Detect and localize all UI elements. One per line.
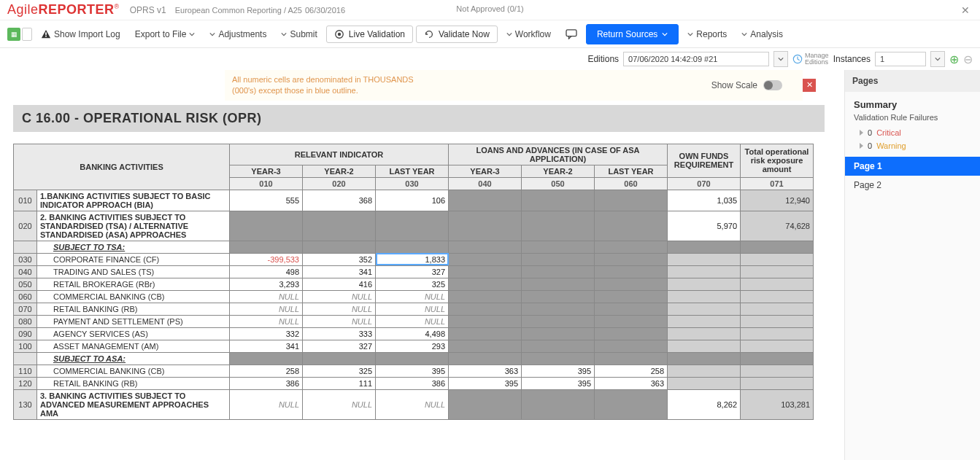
- grid-cell[interactable]: 3,293: [230, 278, 303, 290]
- approval-status: Not Approved (0/1): [344, 4, 636, 13]
- show-scale-toggle[interactable]: [763, 80, 782, 90]
- critical-failures-row[interactable]: 0 Critical: [854, 126, 971, 139]
- analysis-button[interactable]: Analysis: [736, 26, 789, 42]
- notice-close-button[interactable]: ✕: [803, 79, 816, 92]
- editions-word: Editions: [805, 59, 829, 66]
- grid-cell[interactable]: 352: [303, 253, 376, 265]
- grid-cell[interactable]: 258: [595, 365, 668, 377]
- grid-cell[interactable]: 258: [230, 365, 303, 377]
- comments-button[interactable]: [560, 26, 583, 42]
- instances-dropdown-button[interactable]: [930, 51, 945, 67]
- table-row: SUBJECT TO ASA:: [14, 352, 814, 365]
- adjustments-label: Adjustments: [218, 29, 266, 39]
- instances-label: Instances: [833, 54, 871, 64]
- grid-cell[interactable]: 332: [230, 327, 303, 340]
- product-name: OPRS v1: [130, 5, 166, 15]
- chevron-down-icon: [662, 31, 668, 37]
- submit-button[interactable]: Submit: [275, 26, 323, 42]
- table-row: 1303. BANKING ACTIVITIES SUBJECT TO ADVA…: [14, 389, 814, 419]
- validate-now-button[interactable]: Validate Now: [416, 26, 498, 43]
- grid-cell[interactable]: 368: [303, 190, 376, 211]
- reports-label: Reports: [696, 29, 727, 39]
- live-validation-button[interactable]: Live Validation: [326, 26, 413, 43]
- grid-cell[interactable]: 416: [303, 278, 376, 290]
- grid-cell[interactable]: 106: [376, 190, 449, 211]
- grid-cell[interactable]: 341: [230, 340, 303, 352]
- table-row: 090AGENCY SERVICES (AS)3323334,498: [14, 327, 814, 340]
- grid-cell[interactable]: -399,533: [230, 253, 303, 265]
- show-import-log-button[interactable]: Show Import Log: [35, 26, 126, 42]
- grid-cell[interactable]: 12,940: [741, 190, 814, 211]
- grid-cell[interactable]: 386: [230, 377, 303, 389]
- warning-count: 0: [868, 141, 872, 150]
- chevron-down-icon: [741, 31, 747, 37]
- notice-text: All numeric cells are denominated in THO…: [232, 74, 436, 96]
- notice-banner: All numeric cells are denominated in THO…: [225, 70, 803, 101]
- page-2-tab[interactable]: Page 2: [845, 176, 980, 195]
- pages-panel-header: Pages: [845, 70, 980, 92]
- export-label: Export to File: [135, 29, 187, 39]
- grid-cell[interactable]: 111: [303, 377, 376, 389]
- expand-icon: [860, 130, 863, 136]
- panel-icon: [22, 28, 32, 41]
- app-logo: AgileREPORTER®: [7, 2, 120, 17]
- grid-cell[interactable]: 1,035: [668, 190, 741, 211]
- grid-cell[interactable]: 5,970: [668, 211, 741, 241]
- page-1-tab[interactable]: Page 1: [845, 157, 980, 176]
- validation-failures-label: Validation Rule Failures: [854, 113, 971, 122]
- report-grid[interactable]: BANKING ACTIVITIESRELEVANT INDICATORLOAN…: [13, 144, 835, 434]
- grid-cell[interactable]: 1,833: [376, 253, 449, 265]
- grid-cell[interactable]: 498: [230, 265, 303, 278]
- instances-value: 1: [880, 55, 884, 63]
- close-icon[interactable]: ✕: [958, 4, 973, 16]
- grid-cell[interactable]: 386: [376, 377, 449, 389]
- grid-cell[interactable]: 327: [303, 340, 376, 352]
- grid-cell[interactable]: 293: [376, 340, 449, 352]
- svg-point-3: [338, 32, 341, 35]
- table-row: 100ASSET MANAGEMENT (AM)341327293: [14, 340, 814, 352]
- grid-cell[interactable]: 395: [522, 365, 595, 377]
- grid-cell[interactable]: 555: [230, 190, 303, 211]
- workflow-button[interactable]: Workflow: [501, 26, 557, 42]
- show-import-log-label: Show Import Log: [54, 29, 120, 39]
- grid-cell[interactable]: 325: [303, 365, 376, 377]
- remove-instance-icon[interactable]: ⊖: [963, 52, 973, 66]
- grid-cell[interactable]: 8,262: [668, 389, 741, 419]
- grid-cell[interactable]: 327: [376, 265, 449, 278]
- chevron-down-icon: [506, 31, 512, 37]
- table-row: 030CORPORATE FINANCE (CF)-399,5333521,83…: [14, 253, 814, 265]
- editions-select[interactable]: 07/06/2020 14:42:09 #21: [623, 52, 769, 66]
- chevron-down-icon: [778, 56, 784, 62]
- chevron-down-icon: [687, 31, 693, 37]
- grid-cell[interactable]: 103,281: [741, 389, 814, 419]
- add-instance-icon[interactable]: ⊕: [949, 52, 959, 66]
- svg-rect-1: [45, 35, 47, 36]
- editions-dropdown-button[interactable]: [773, 51, 788, 67]
- grid-cell[interactable]: 395: [376, 365, 449, 377]
- grid-cell[interactable]: 363: [595, 377, 668, 389]
- grid-cell[interactable]: 363: [449, 365, 522, 377]
- grid-cell[interactable]: 333: [303, 327, 376, 340]
- grid-cell[interactable]: 74,628: [741, 211, 814, 241]
- adjustments-button[interactable]: Adjustments: [204, 26, 272, 42]
- grid-cell[interactable]: 341: [303, 265, 376, 278]
- grid-cell[interactable]: 395: [449, 377, 522, 389]
- editions-label: Editions: [587, 54, 619, 64]
- return-sources-button[interactable]: Return Sources: [586, 24, 679, 44]
- instances-select[interactable]: 1: [875, 52, 926, 66]
- table-row: 0101.BANKING ACTIVITIES SUBJECT TO BASIC…: [14, 190, 814, 211]
- grid-cell[interactable]: 395: [522, 377, 595, 389]
- grid-cell[interactable]: 4,498: [376, 327, 449, 340]
- grid-cell[interactable]: 325: [376, 278, 449, 290]
- return-sources-label: Return Sources: [597, 29, 657, 39]
- toggle-on-icon: [334, 29, 344, 39]
- workflow-label: Workflow: [515, 29, 551, 39]
- export-button[interactable]: Export to File: [129, 26, 201, 42]
- reports-button[interactable]: Reports: [682, 26, 733, 42]
- warning-failures-row[interactable]: 0 Warning: [854, 139, 971, 152]
- chevron-down-icon: [189, 31, 195, 37]
- warning-icon: [41, 29, 51, 39]
- expand-icon: [860, 143, 863, 149]
- manage-editions-button[interactable]: ManageEditions: [792, 52, 829, 66]
- view-toggle[interactable]: ▦: [7, 28, 32, 41]
